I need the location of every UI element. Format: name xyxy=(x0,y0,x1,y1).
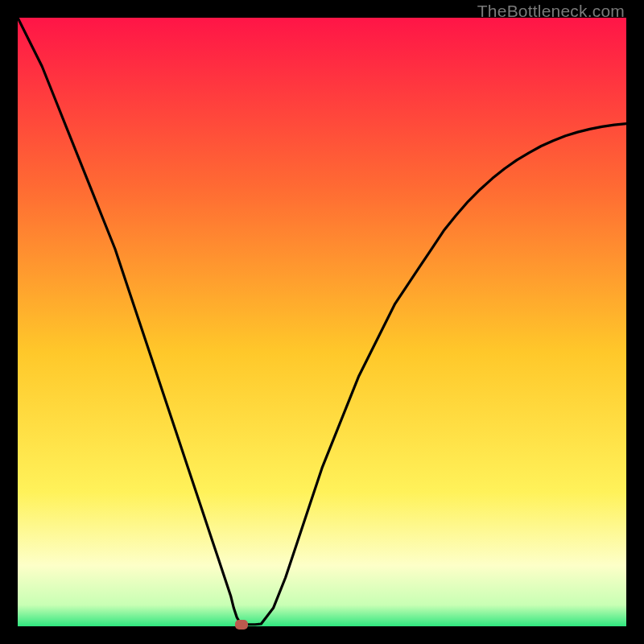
chart-svg xyxy=(18,18,626,626)
optimum-marker xyxy=(235,620,248,630)
chart-frame xyxy=(18,18,626,626)
watermark-text: TheBottleneck.com xyxy=(477,2,625,21)
chart-background xyxy=(18,18,626,626)
